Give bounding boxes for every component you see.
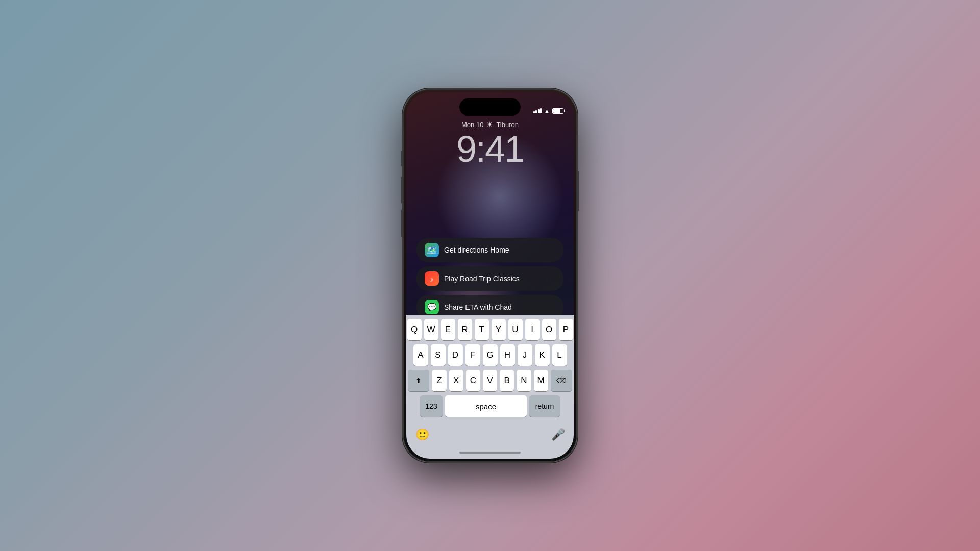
key-y[interactable]: Y (492, 319, 506, 340)
signal-bar-3 (538, 109, 540, 113)
key-f[interactable]: F (465, 344, 480, 366)
key-c[interactable]: C (466, 370, 480, 391)
key-k[interactable]: K (535, 344, 550, 366)
key-b[interactable]: B (500, 370, 514, 391)
key-r[interactable]: R (458, 319, 472, 340)
return-key[interactable]: return (529, 395, 560, 417)
maps-app-icon: 🗺️ (425, 243, 439, 257)
space-key[interactable]: space (445, 395, 527, 417)
signal-bar-2 (535, 110, 537, 113)
key-p[interactable]: P (559, 319, 573, 340)
key-u[interactable]: U (508, 319, 523, 340)
keyboard: Q W E R T Y U I O P A S D F G (406, 315, 574, 459)
key-s[interactable]: S (431, 344, 446, 366)
battery-icon (552, 108, 564, 114)
volume-up-button[interactable] (401, 176, 403, 204)
battery-fill (553, 109, 560, 113)
dynamic-island (459, 98, 521, 116)
key-h[interactable]: H (500, 344, 515, 366)
key-z[interactable]: Z (432, 370, 446, 391)
home-bar (459, 452, 521, 454)
suggestion-directions-label: Get directions Home (444, 246, 509, 254)
suggestion-share-eta-label: Share ETA with Chad (444, 303, 512, 311)
key-g[interactable]: G (483, 344, 498, 366)
signal-bars (533, 108, 542, 113)
wifi-icon: ▲ (544, 108, 550, 114)
phone-screen: ▲ Mon 10 ☀ Tiburon 9:41 🗺️ Get direction… (406, 92, 574, 459)
key-o[interactable]: O (542, 319, 556, 340)
delete-key[interactable]: ⌫ (551, 370, 572, 391)
key-i[interactable]: I (525, 319, 540, 340)
music-app-icon: ♪ (425, 271, 439, 286)
key-row-3: ⬆ Z X C V B N M ⌫ (408, 370, 572, 391)
status-icons: ▲ (533, 108, 564, 114)
home-indicator (406, 448, 574, 459)
mic-key[interactable]: 🎤 (548, 425, 568, 444)
emoji-key[interactable]: 🙂 (412, 425, 432, 444)
key-t[interactable]: T (475, 319, 489, 340)
key-a[interactable]: A (413, 344, 428, 366)
key-row-2: A S D F G H J K L (408, 344, 572, 366)
key-e[interactable]: E (441, 319, 455, 340)
key-row-4: 123 space return (408, 395, 572, 417)
shift-key[interactable]: ⬆ (408, 370, 429, 391)
key-j[interactable]: J (518, 344, 532, 366)
volume-down-button[interactable] (401, 209, 403, 237)
lock-screen-content: Mon 10 ☀ Tiburon 9:41 (406, 120, 574, 167)
phone-device: ▲ Mon 10 ☀ Tiburon 9:41 🗺️ Get direction… (403, 89, 577, 462)
numbers-key[interactable]: 123 (420, 395, 443, 417)
key-x[interactable]: X (449, 370, 463, 391)
suggestion-music[interactable]: ♪ Play Road Trip Classics (416, 266, 564, 291)
key-n[interactable]: N (517, 370, 531, 391)
power-button[interactable] (577, 171, 579, 212)
key-d[interactable]: D (448, 344, 463, 366)
keyboard-bottom-row: 🙂 🎤 (406, 423, 574, 448)
key-row-1: Q W E R T Y U I O P (408, 319, 572, 340)
suggestion-directions[interactable]: 🗺️ Get directions Home (416, 238, 564, 262)
messages-app-icon: 💬 (425, 300, 439, 314)
key-w[interactable]: W (424, 319, 438, 340)
key-m[interactable]: M (534, 370, 548, 391)
key-l[interactable]: L (552, 344, 567, 366)
signal-bar-4 (540, 108, 542, 113)
signal-bar-1 (533, 111, 535, 113)
key-v[interactable]: V (483, 370, 497, 391)
mute-button[interactable] (401, 151, 403, 167)
suggestion-music-label: Play Road Trip Classics (444, 274, 520, 283)
key-q[interactable]: Q (407, 319, 422, 340)
time-display: 9:41 (456, 131, 524, 167)
keyboard-rows: Q W E R T Y U I O P A S D F G (406, 315, 574, 423)
